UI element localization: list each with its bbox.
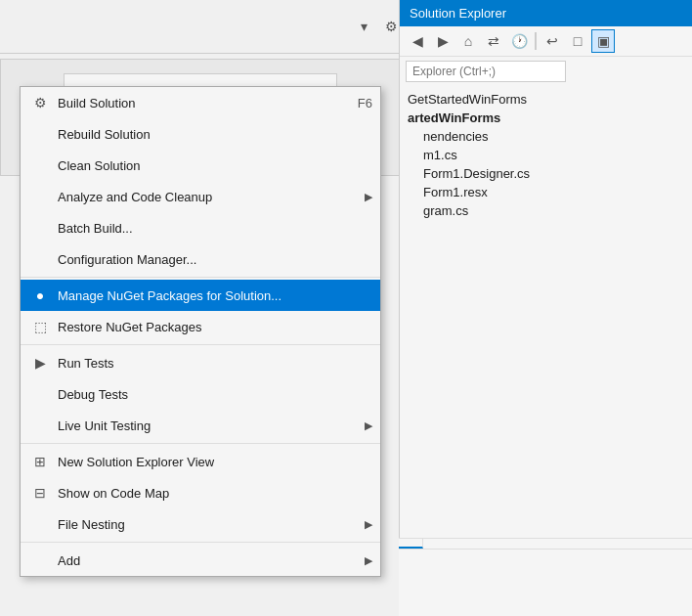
git-changes-tab[interactable] [399,539,423,549]
run-tests-icon: ▶ [28,351,52,374]
new-solution-explorer-label: New Solution Explorer View [58,455,372,469]
menu-item-manage-nuget[interactable]: ●Manage NuGet Packages for Solution... [21,280,380,311]
file-nesting-label: File Nesting [58,517,357,532]
menu-item-build-solution[interactable]: ⚙Build SolutionF6 [21,87,380,118]
batch-build-label: Batch Build... [58,221,372,236]
tree-item-dependencies[interactable]: nendencies [400,127,692,146]
manage-nuget-icon: ● [28,284,52,307]
tree-item-programcs-label: gram.cs [423,203,468,218]
search-container [400,57,692,86]
menu-item-rebuild-solution[interactable]: Rebuild Solution [21,118,380,150]
toolbar-separator [535,32,537,50]
tree-item-programcs[interactable]: gram.cs [400,201,692,220]
bottom-tabs [399,539,692,550]
toolbar-forward-btn[interactable]: ▶ [431,29,454,53]
tree-item-dependencies-label: nendencies [423,129,489,144]
menu-item-show-on-code-map[interactable]: ⊟Show on Code Map [21,477,380,508]
tree-item-project[interactable]: artedWinForms [400,109,692,127]
file-nesting-icon [28,512,52,536]
bottom-get-label [399,557,692,565]
bottom-panel [399,538,692,616]
analyze-code-cleanup-label: Analyze and Code Cleanup [58,190,357,204]
debug-tests-icon [28,382,52,406]
live-unit-testing-arrow: ▶ [365,419,372,432]
toolbar-undo-btn[interactable]: ↩ [541,29,564,53]
tree-area: GetStartedWinFormsartedWinFormsnendencie… [400,86,692,224]
separator-after-restore-nuget [21,344,380,345]
run-tests-label: Run Tests [58,356,372,371]
file-nesting-arrow: ▶ [365,518,372,531]
tree-item-form1resx-label: Form1.resx [423,185,488,199]
solution-explorer-panel: Solution Explorer ◀ ▶ ⌂ ⇄ 🕐 ↩ □ ▣ GetSta… [399,0,692,616]
new-solution-explorer-icon: ⊞ [28,450,52,473]
restore-nuget-label: Restore NuGet Packages [58,320,372,334]
toolbar-home-btn[interactable]: ⌂ [456,29,480,53]
add-icon [28,549,52,572]
debug-tests-label: Debug Tests [58,387,372,402]
show-on-code-map-label: Show on Code Map [58,486,372,501]
separator-after-live-unit-testing [21,443,380,444]
menu-item-batch-build[interactable]: Batch Build... [21,212,380,243]
tree-item-project-label: artedWinForms [408,110,500,125]
build-solution-label: Build Solution [58,96,338,110]
toolbar-collapse-btn[interactable]: □ [566,29,589,53]
build-solution-shortcut: F6 [358,96,372,110]
configuration-manager-icon [28,247,52,271]
separator-after-configuration-manager [21,277,380,278]
analyze-code-cleanup-icon [28,185,52,208]
tree-item-solution-label: GetStartedWinForms [408,92,527,107]
dropdown-icon[interactable]: ▾ [352,15,375,38]
toolbar-back-btn[interactable]: ◀ [406,29,429,53]
separator-after-file-nesting [21,542,380,543]
clean-solution-label: Clean Solution [58,158,372,173]
live-unit-testing-icon [28,414,52,437]
tree-item-form1resx[interactable]: Form1.resx [400,183,692,201]
menu-item-run-tests[interactable]: ▶Run Tests [21,347,380,378]
tree-item-form1designer[interactable]: Form1.Designer.cs [400,164,692,183]
toolbar-clock-btn[interactable]: 🕐 [507,29,531,53]
menu-item-clean-solution[interactable]: Clean Solution [21,150,380,181]
rebuild-solution-label: Rebuild Solution [58,127,372,142]
menu-item-analyze-code-cleanup[interactable]: Analyze and Code Cleanup▶ [21,181,380,212]
solution-explorer-title: Solution Explorer [410,6,506,21]
manage-nuget-label: Manage NuGet Packages for Solution... [58,288,372,303]
batch-build-icon [28,216,52,240]
menu-item-new-solution-explorer[interactable]: ⊞New Solution Explorer View [21,446,380,477]
tree-item-form1designer-label: Form1.Designer.cs [423,166,530,181]
rebuild-solution-icon [28,122,52,146]
menu-item-add[interactable]: Add▶ [21,545,380,576]
bottom-content [399,550,692,557]
toolbar-split-btn[interactable]: ▣ [591,29,615,53]
top-bar: ▾ ⚙ [0,0,411,54]
show-on-code-map-icon: ⊟ [28,481,52,505]
tree-item-solution[interactable]: GetStartedWinForms [400,90,692,109]
solution-explorer-toolbar: ◀ ▶ ⌂ ⇄ 🕐 ↩ □ ▣ [400,26,692,57]
configuration-manager-label: Configuration Manager... [58,252,372,267]
analyze-code-cleanup-arrow: ▶ [365,191,372,203]
menu-item-debug-tests[interactable]: Debug Tests [21,378,380,410]
menu-item-configuration-manager[interactable]: Configuration Manager... [21,243,380,275]
menu-item-restore-nuget[interactable]: ⬚Restore NuGet Packages [21,311,380,342]
restore-nuget-icon: ⬚ [28,315,52,338]
menu-item-live-unit-testing[interactable]: Live Unit Testing▶ [21,410,380,441]
clean-solution-icon [28,154,52,177]
add-arrow: ▶ [365,554,372,567]
add-label: Add [58,553,357,568]
tree-item-form1cs[interactable]: m1.cs [400,146,692,164]
live-unit-testing-label: Live Unit Testing [58,418,357,433]
menu-item-file-nesting[interactable]: File Nesting▶ [21,508,380,540]
toolbar-sync-btn[interactable]: ⇄ [482,29,505,53]
search-input[interactable] [406,61,566,82]
build-solution-icon: ⚙ [28,91,52,114]
tree-item-form1cs-label: m1.cs [423,148,457,162]
context-menu: ⚙Build SolutionF6Rebuild SolutionClean S… [20,86,381,577]
solution-explorer-titlebar: Solution Explorer [400,0,692,26]
